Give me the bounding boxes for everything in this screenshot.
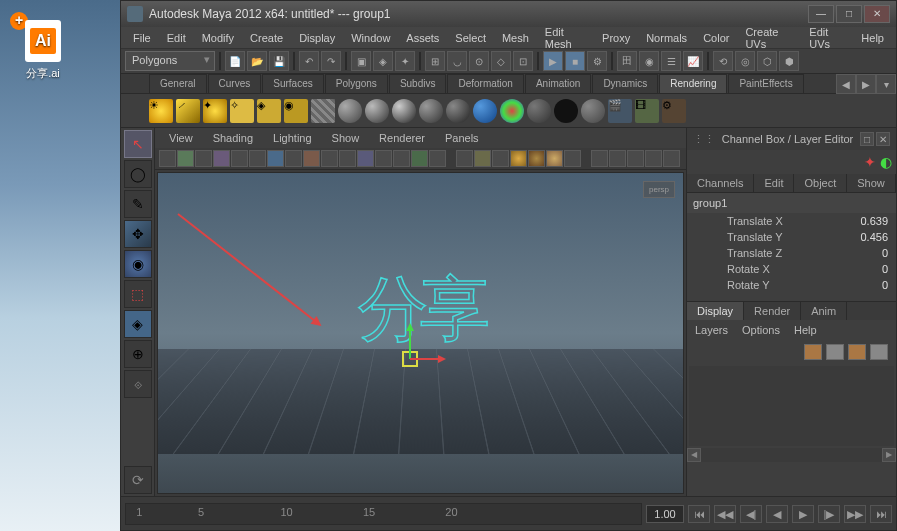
vp-grid-icon[interactable] (231, 150, 248, 167)
shelf-next-icon[interactable]: ▶ (856, 74, 876, 94)
show-manip-icon[interactable]: ⟐ (124, 370, 152, 398)
play-back-button[interactable]: ◀ (766, 505, 788, 523)
paint-select-icon[interactable]: ✦ (395, 51, 415, 71)
vp-light-icon[interactable] (393, 150, 410, 167)
cb-scrollbar[interactable]: ◀ ▶ (687, 448, 896, 462)
shelf-tab-polygons[interactable]: Polygons (325, 74, 388, 93)
outliner-icon[interactable]: ☰ (661, 51, 681, 71)
attr-translatez[interactable]: Translate Z0 (687, 245, 896, 261)
render-view-icon[interactable]: 🎬 (608, 99, 632, 123)
menu-proxy[interactable]: Proxy (594, 29, 638, 47)
shelf-tab-animation[interactable]: Animation (525, 74, 591, 93)
shelf-tab-dynamics[interactable]: Dynamics (592, 74, 658, 93)
vp-hq-icon[interactable] (429, 150, 446, 167)
shader3-icon[interactable] (581, 99, 605, 123)
phong-icon[interactable] (392, 99, 416, 123)
current-frame-input[interactable]: 1.00 (646, 505, 684, 523)
menu-edit[interactable]: Edit (159, 29, 194, 47)
undo-icon[interactable]: ↶ (299, 51, 319, 71)
menu-create[interactable]: Create (242, 29, 291, 47)
step-back-button[interactable]: ◀◀ (714, 505, 736, 523)
vp-menu-lighting[interactable]: Lighting (263, 130, 322, 146)
close-button[interactable]: ✕ (864, 5, 890, 23)
vp-renderer5-icon[interactable] (663, 150, 680, 167)
menu-color[interactable]: Color (695, 29, 737, 47)
area-light-icon[interactable]: ✧ (230, 99, 254, 123)
paint-tool-icon[interactable]: ✎ (124, 190, 152, 218)
module-dropdown[interactable]: Polygons (125, 51, 215, 71)
go-end-button[interactable]: ⏭ (870, 505, 892, 523)
vp-res-gate-icon[interactable] (267, 150, 284, 167)
volume-light-icon[interactable]: ◉ (284, 99, 308, 123)
shelf-tab-deformation[interactable]: Deformation (447, 74, 523, 93)
layer-add-icon[interactable] (826, 344, 844, 360)
ipr-icon[interactable]: ■ (565, 51, 585, 71)
vp-renderer1-icon[interactable] (591, 150, 608, 167)
vp-menu-view[interactable]: View (159, 130, 203, 146)
blinn-icon[interactable] (365, 99, 389, 123)
save-scene-icon[interactable]: 💾 (269, 51, 289, 71)
time-slider[interactable]: 1 5 10 15 20 (125, 503, 642, 525)
vp-smooth-icon[interactable] (357, 150, 374, 167)
render-icon[interactable]: ▶ (543, 51, 563, 71)
lambert-icon[interactable] (338, 99, 362, 123)
vp-renderer3-icon[interactable] (627, 150, 644, 167)
vp-menu-panels[interactable]: Panels (435, 130, 489, 146)
cb-manip-icon[interactable]: ◐ (880, 154, 892, 170)
vp-menu-show[interactable]: Show (322, 130, 370, 146)
cb-tab-channels[interactable]: Channels (687, 174, 754, 192)
misc2-icon[interactable]: ⬡ (757, 51, 777, 71)
menu-window[interactable]: Window (343, 29, 398, 47)
vp-field-icon[interactable] (303, 150, 320, 167)
directional-light-icon[interactable]: ☀ (149, 99, 173, 123)
vp-xray-icon[interactable] (474, 150, 491, 167)
prev-key-button[interactable]: ◀| (740, 505, 762, 523)
redo-icon[interactable]: ↷ (321, 51, 341, 71)
next-key-button[interactable]: |▶ (818, 505, 840, 523)
rotate-tool-icon[interactable]: ◉ (124, 250, 152, 278)
render-settings-icon[interactable]: ⚙ (587, 51, 607, 71)
vp-wireframe-icon[interactable] (339, 150, 356, 167)
vp-menu-shading[interactable]: Shading (203, 130, 263, 146)
menu-assets[interactable]: Assets (398, 29, 447, 47)
maximize-button[interactable]: □ (836, 5, 862, 23)
vp-bookmark-icon[interactable] (177, 150, 194, 167)
shelf-tab-rendering[interactable]: Rendering (659, 74, 727, 93)
scroll-right-icon[interactable]: ▶ (882, 448, 896, 462)
scale-tool-icon[interactable]: ⬚ (124, 280, 152, 308)
vp-opt3-icon[interactable] (528, 150, 545, 167)
layer-tab-anim[interactable]: Anim (801, 302, 847, 320)
layer-menu-help[interactable]: Help (794, 324, 817, 336)
shader1-icon[interactable] (527, 99, 551, 123)
universal-tool-icon[interactable]: ◈ (124, 310, 152, 338)
layered-shader-icon[interactable] (500, 99, 524, 123)
layer-menu-options[interactable]: Options (742, 324, 780, 336)
cb-axis-icon[interactable]: ✦ (864, 154, 876, 170)
lasso-tool-icon[interactable]: ◯ (124, 160, 152, 188)
shelf-tab-subdivs[interactable]: Subdivs (389, 74, 447, 93)
vp-renderer2-icon[interactable] (609, 150, 626, 167)
layer-new-icon[interactable] (804, 344, 822, 360)
cb-tab-edit[interactable]: Edit (754, 174, 794, 192)
menu-normals[interactable]: Normals (638, 29, 695, 47)
menu-mesh[interactable]: Mesh (494, 29, 537, 47)
menu-display[interactable]: Display (291, 29, 343, 47)
gizmo-y-axis-icon[interactable] (409, 329, 411, 359)
shelf-tab-general[interactable]: General (149, 74, 207, 93)
cb-tab-object[interactable]: Object (794, 174, 847, 192)
open-scene-icon[interactable]: 📂 (247, 51, 267, 71)
shelf-tab-surfaces[interactable]: Surfaces (262, 74, 323, 93)
snap-plane-icon[interactable]: ◇ (491, 51, 511, 71)
channel-box-titlebar[interactable]: ⋮⋮ Channel Box / Layer Editor □ ✕ (687, 128, 896, 150)
vp-shadow-icon[interactable] (411, 150, 428, 167)
hypershade-icon[interactable]: ◉ (639, 51, 659, 71)
cb-tab-show[interactable]: Show (847, 174, 896, 192)
vp-renderer4-icon[interactable] (645, 150, 662, 167)
graph-icon[interactable]: 📈 (683, 51, 703, 71)
menu-select[interactable]: Select (447, 29, 494, 47)
attr-rotatex[interactable]: Rotate X0 (687, 261, 896, 277)
batch-render-icon[interactable]: 🎞 (635, 99, 659, 123)
vp-2d-icon[interactable] (213, 150, 230, 167)
vp-select-camera-icon[interactable] (159, 150, 176, 167)
layer-empty-icon[interactable] (848, 344, 866, 360)
